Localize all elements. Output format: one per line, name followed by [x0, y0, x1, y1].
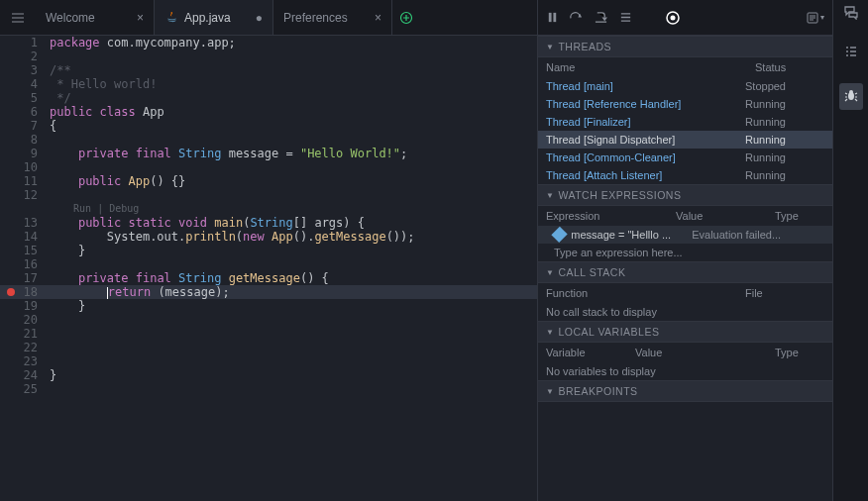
code-line[interactable]: } [46, 244, 537, 257]
line-number[interactable]: 13 [0, 216, 46, 230]
code-line[interactable]: { [46, 119, 537, 133]
code-line[interactable]: public class App [46, 105, 537, 119]
code-line[interactable] [46, 313, 537, 327]
line-number[interactable]: 12 [0, 188, 46, 202]
panel-header-locals[interactable]: ▼LOCAL VARIABLES [538, 321, 832, 343]
line-number[interactable]: 23 [0, 354, 46, 368]
code-line[interactable]: /** [46, 63, 537, 77]
close-tab-icon[interactable]: × [137, 11, 144, 25]
list-icon[interactable] [844, 45, 858, 61]
code-line[interactable]: * Hello world! [46, 77, 537, 91]
bug-icon[interactable] [839, 83, 863, 110]
tab-label: App.java [184, 11, 231, 25]
code-line[interactable] [46, 327, 537, 341]
code-line[interactable] [46, 382, 537, 396]
thread-row[interactable]: Thread [main]Stopped [538, 77, 832, 95]
panel-title: LOCAL VARIABLES [558, 326, 659, 338]
code-line[interactable] [46, 133, 537, 147]
add-tab-button[interactable] [392, 11, 420, 25]
line-number[interactable]: 7 [0, 119, 46, 133]
line-number[interactable]: 8 [0, 133, 46, 147]
thread-row[interactable]: Thread [Signal Dispatcher]Running [538, 131, 832, 149]
pause-button[interactable] [546, 11, 559, 24]
line-number[interactable]: 5 [0, 91, 46, 105]
step-into-button[interactable] [594, 11, 608, 24]
line-number[interactable]: 18 [0, 285, 46, 299]
thread-row[interactable]: Thread [Reference Handler]Running [538, 95, 832, 113]
hamburger-menu-icon[interactable] [0, 0, 36, 36]
chevron-down-icon: ▼ [546, 268, 554, 277]
tab-app-java[interactable]: App.java● [155, 0, 273, 35]
thread-row[interactable]: Thread [Common-Cleaner]Running [538, 149, 832, 166]
code-line[interactable] [46, 257, 537, 271]
codelens[interactable]: Run | Debug [46, 202, 537, 216]
line-number[interactable]: 11 [0, 174, 46, 188]
close-tab-icon[interactable]: ● [256, 11, 263, 25]
chevron-down-icon: ▼ [546, 191, 554, 200]
line-number[interactable]: 1 [0, 36, 46, 50]
code-area[interactable]: package com.mycompany.app;/** * Hello wo… [46, 36, 537, 501]
step-out-button[interactable] [618, 11, 633, 24]
code-line[interactable]: } [46, 299, 537, 313]
close-tab-icon[interactable]: × [375, 11, 381, 25]
code-line[interactable]: public App() {} [46, 174, 537, 188]
tab-welcome[interactable]: Welcome× [36, 0, 155, 35]
line-number[interactable]: 9 [0, 147, 46, 160]
svg-rect-2 [553, 13, 556, 22]
thread-row[interactable]: Thread [Finalizer]Running [538, 113, 832, 131]
tab-preferences[interactable]: Preferences× [273, 0, 392, 35]
panel-menu-icon[interactable]: ▾ [806, 11, 824, 25]
code-line[interactable] [46, 50, 537, 63]
panel-header-breakpoints[interactable]: ▼BREAKPOINTS [538, 380, 832, 402]
code-line[interactable] [46, 341, 537, 354]
locals-columns: VariableValueType [538, 343, 832, 362]
watch-row[interactable]: message = "Helllo ...Evaluation failed..… [538, 226, 832, 244]
code-line[interactable] [46, 188, 537, 202]
line-gutter[interactable]: 1234567891011121314151617181920212223242… [0, 36, 46, 501]
line-number[interactable]: 16 [0, 257, 46, 271]
debug-panel: ▾ ▼THREADSNameStatusThread [main]Stopped… [537, 0, 832, 501]
code-line[interactable] [46, 354, 537, 368]
panel-header-callstack[interactable]: ▼CALL STACK [538, 261, 832, 283]
step-over-button[interactable] [569, 11, 584, 24]
panel-header-threads[interactable]: ▼THREADS [538, 36, 832, 57]
java-file-icon [164, 11, 178, 25]
side-rail [832, 0, 868, 501]
panel-header-watch[interactable]: ▼WATCH EXPRESSIONS [538, 184, 832, 206]
panel-title: WATCH EXPRESSIONS [558, 189, 681, 201]
line-number[interactable]: 10 [0, 160, 46, 174]
line-number[interactable]: 22 [0, 341, 46, 354]
watch-input[interactable]: Type an expression here... [538, 244, 832, 261]
code-line[interactable]: */ [46, 91, 537, 105]
panel-title: BREAKPOINTS [558, 385, 637, 397]
line-number[interactable]: 25 [0, 382, 46, 396]
code-line[interactable]: } [46, 368, 537, 382]
chevron-down-icon: ▼ [546, 43, 554, 51]
line-number[interactable]: 6 [0, 105, 46, 119]
line-number[interactable]: 3 [0, 63, 46, 77]
code-line[interactable]: package com.mycompany.app; [46, 36, 537, 50]
code-line[interactable]: return (message); [46, 285, 537, 299]
code-line[interactable]: private final String getMessage() { [46, 271, 537, 285]
line-number[interactable]: 14 [0, 230, 46, 244]
code-line[interactable] [46, 160, 537, 174]
tab-label: Welcome [46, 11, 95, 25]
line-number[interactable]: 19 [0, 299, 46, 313]
line-number[interactable]: 15 [0, 244, 46, 257]
line-number[interactable]: 2 [0, 50, 46, 63]
svg-point-10 [849, 90, 853, 94]
line-number[interactable]: 21 [0, 327, 46, 341]
code-line[interactable]: private final String message = "Hello Wo… [46, 147, 537, 160]
line-number[interactable]: 17 [0, 271, 46, 285]
callstack-empty: No call stack to display [538, 303, 832, 321]
code-editor[interactable]: 1234567891011121314151617181920212223242… [0, 36, 537, 501]
record-button[interactable] [665, 10, 681, 26]
line-number[interactable]: 4 [0, 77, 46, 91]
thread-row[interactable]: Thread [Attach Listener]Running [538, 166, 832, 184]
breakpoint-icon[interactable] [7, 288, 15, 296]
line-number[interactable]: 24 [0, 368, 46, 382]
chat-icon[interactable] [843, 4, 859, 23]
code-line[interactable]: System.out.println(new App().getMessage(… [46, 230, 537, 244]
line-number[interactable]: 20 [0, 313, 46, 327]
code-line[interactable]: public static void main(String[] args) { [46, 216, 537, 230]
